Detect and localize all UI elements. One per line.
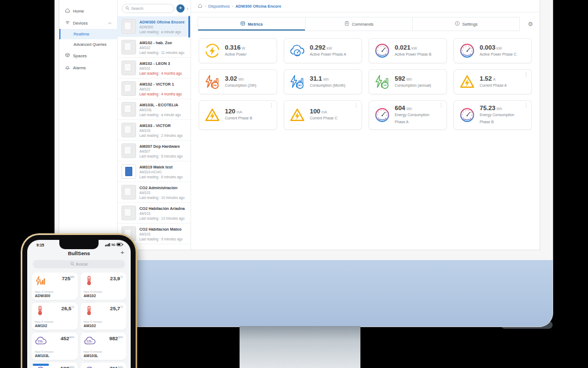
device-model: AM103 [139, 212, 185, 215]
tab-commands-icon [344, 21, 350, 27]
phone-sensor-card[interactable]: 725Whhace 3 minutosADW300ADW300 [32, 273, 78, 300]
phone-sensor-card[interactable]: 25,7°Chace 6 minutosAM102AM102 [81, 303, 127, 330]
sidebar-item-label: Alarms [73, 65, 86, 70]
phone-sensor-card[interactable]: CO₂711ppm [81, 363, 127, 368]
phone-card-time: hace 6 minutos [84, 290, 124, 293]
kebab-menu-icon[interactable]: ⋮ [524, 72, 528, 77]
tab-commands[interactable]: Commands [305, 17, 413, 31]
breadcrumb-link[interactable]: Dispositivos [208, 4, 229, 9]
sidebar-item-realtime[interactable]: Realtime [59, 29, 117, 39]
consumption-icon: MO [289, 74, 305, 90]
sidebar-item-spaces[interactable]: Spaces [59, 50, 117, 62]
add-device-button[interactable]: + [176, 4, 185, 13]
breadcrumb-link[interactable]: ADW300 Oficina Encore [235, 4, 281, 9]
sidebar-item-advanced-queries[interactable]: Advanced Queries [59, 39, 117, 50]
phone-card-value-number: 725 [62, 275, 70, 281]
phone-bezel: 9:15 5G BullSens + Buscar 725Whhace 3 mi… [22, 235, 136, 368]
metric-label: Consumption (Month) [310, 83, 345, 89]
device-thumbnail [121, 143, 136, 158]
device-panel: Search + ‹ ADW300 Oficina EncoreADW300La… [118, 0, 191, 250]
device-list-item[interactable]: AM319 Malek testAM319-HCHOLast reading :… [118, 161, 191, 182]
battery-icon [117, 243, 124, 247]
phone-search-placeholder: Buscar [76, 262, 88, 266]
phone-card-value: 982ppm [109, 335, 123, 341]
device-list-item[interactable]: AM307 Dep HardwareAM307Last reading : 8 … [118, 141, 191, 161]
device-list-item[interactable]: AM103 - VICTORAM103Last reading : 2 minu… [118, 120, 191, 141]
device-name: AM103L - ECOTELIA [139, 102, 181, 107]
phone-card-value-number: 25,7 [110, 305, 120, 311]
metric-label: Active Power Phase C [480, 52, 517, 58]
metric-value: 3.02 [225, 75, 237, 82]
device-list-item[interactable]: AM102 - LEON 3AM102Last reading : 4 mont… [118, 58, 191, 79]
gauge-icon [374, 107, 390, 123]
kebab-menu-icon[interactable]: ⋮ [269, 103, 273, 108]
warning-icon [204, 107, 220, 123]
device-list-item[interactable]: CO2 AdministraciónAM103Last reading : 10… [118, 182, 191, 203]
sidebar-item-devices[interactable]: Devices [59, 17, 117, 29]
devices-icon [65, 20, 70, 26]
metric-value-row: 0.021kW [395, 44, 431, 51]
phone-card-value: 23,9°C [110, 275, 123, 281]
device-model: AM103 [139, 191, 185, 195]
phone-card-value: 25,7°C [110, 305, 123, 311]
device-list-item[interactable]: ADW300 Oficina EncoreADW300Last reading … [118, 16, 191, 37]
device-last-reading: Last reading : 6 minutes ago [139, 175, 182, 179]
device-list-item[interactable]: CO2 Habitación AriadnaAM103Last reading … [118, 203, 191, 224]
phone-sensor-card[interactable]: CO₂452ppmhace 6 minutosAM103LAM103L [32, 333, 78, 360]
device-list-scrollbar[interactable] [188, 16, 190, 38]
thermo-icon [84, 305, 95, 318]
phone-card-unit: ppm [69, 366, 74, 368]
kebab-menu-icon[interactable]: ⋮ [439, 103, 443, 108]
phone-card-value-number: 711 [109, 365, 118, 368]
device-name: CO2 Habitacion Mateo [139, 227, 182, 232]
phone-card-unit: °C [120, 276, 123, 279]
kebab-menu-icon[interactable]: ⋮ [524, 103, 528, 108]
collapse-panel-icon[interactable]: ‹ [187, 6, 188, 11]
tab-metrics[interactable]: Metrics [198, 17, 305, 31]
tab-label: Metrics [248, 22, 262, 27]
phone-sensor-card[interactable]: 23,9°Chace 6 minutosAM102AM102 [81, 273, 127, 300]
metric-value-row: 0.316W [225, 44, 247, 51]
device-model: AM103L [139, 108, 181, 112]
sidebar: HomeDevicesRealtimeAdvanced QueriesSpace… [59, 0, 118, 250]
search-input[interactable]: Search [122, 4, 174, 13]
phone-search-input[interactable]: Buscar [33, 260, 125, 268]
device-name: AM102 - VICTOR 1 [139, 82, 182, 87]
device-thumbnail [121, 81, 136, 96]
phone-card-top: 725Wh [35, 275, 75, 288]
metric-value: 1.52 [480, 75, 492, 82]
home-icon[interactable] [198, 3, 203, 9]
breadcrumb-separator: › [232, 4, 233, 9]
gear-icon[interactable]: ⚙ [528, 21, 533, 27]
power-cycle-icon [204, 43, 220, 59]
device-list-item[interactable]: AM103L - ECOTELIAAM103LLast reading : a … [118, 99, 191, 120]
phone-sensor-card[interactable]: 26,5°Chace 6 minutosAM102AM102 [32, 303, 78, 330]
consumption-icon: 24h [204, 74, 220, 90]
metric-value: 0.003 [480, 44, 495, 51]
device-list-item[interactable]: AM102 - hab. ZoeAM102Last reading : 11 m… [118, 37, 191, 58]
sidebar-item-home[interactable]: Home [59, 5, 117, 17]
kebab-menu-icon[interactable]: ⋮ [354, 103, 358, 108]
network-label: 5G [112, 243, 115, 246]
phone-add-button[interactable]: + [121, 249, 124, 256]
metric-value-row: 0.292kW [310, 44, 346, 51]
device-last-reading: Last reading : 4 months ago [139, 71, 182, 75]
phone-card-device-name: AM102 [35, 324, 75, 328]
desktop-screen: HomeDevicesRealtimeAdvanced QueriesSpace… [59, 0, 540, 250]
device-last-reading: Last reading : 2 minutes ago [139, 134, 182, 137]
device-list-item[interactable]: AM102 - VICTOR 1AM102Last reading : 4 mo… [118, 79, 191, 99]
energy-icon [35, 275, 46, 288]
metric-value: 0.021 [395, 44, 411, 51]
gauge-icon [459, 43, 475, 59]
phone-sensor-card[interactable]: CO₂982ppmhace 6 minutosAM103LAM103L [81, 333, 127, 360]
consumption-icon: YR [374, 74, 390, 90]
metric-text: 0.003kWActive Power Phase C [480, 44, 517, 58]
metric-label: Active Power [225, 52, 247, 58]
device-model: AM307 [139, 149, 182, 153]
metric-unit: kW [497, 46, 502, 50]
device-thumbnail [121, 19, 136, 34]
metric-unit: W [242, 46, 246, 50]
sidebar-item-alarms[interactable]: Alarms [59, 62, 117, 74]
tab-settings[interactable]: Settings [413, 17, 519, 31]
device-info: AM102 - LEON 3AM102Last reading : 4 mont… [139, 61, 182, 75]
